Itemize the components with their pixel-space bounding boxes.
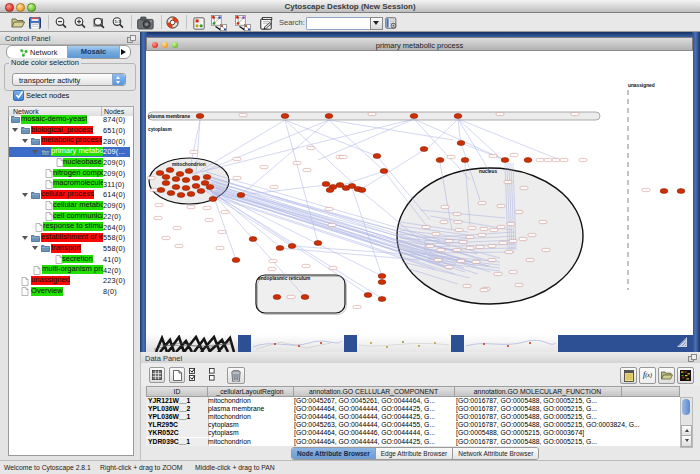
svg-text:cytoplasm: cytoplasm — [148, 127, 172, 132]
svg-text:1:1: 1:1 — [114, 19, 121, 24]
svg-text:endoplasmic reticulum: endoplasmic reticulum — [258, 276, 310, 281]
svg-text:plasma membrane: plasma membrane — [148, 114, 190, 119]
svg-text:nucleus: nucleus — [479, 169, 497, 174]
svg-text:unassigned: unassigned — [628, 83, 655, 88]
svg-text:mitochondrion: mitochondrion — [172, 162, 206, 167]
